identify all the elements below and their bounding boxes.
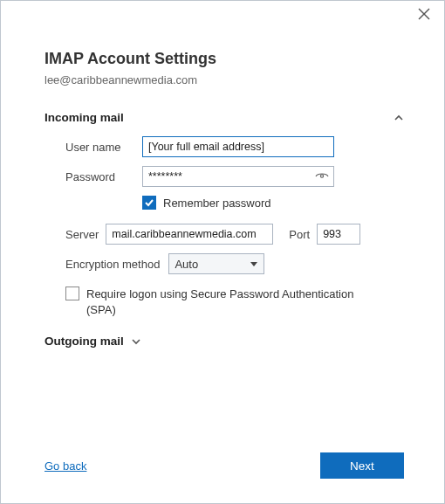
- eye-icon: [315, 169, 329, 183]
- server-label: Server: [65, 228, 99, 241]
- dialog-footer: Go back Next: [44, 452, 404, 479]
- incoming-mail-header[interactable]: Incoming mail: [44, 111, 404, 124]
- svg-point-2: [320, 175, 323, 177]
- check-icon: [144, 197, 154, 208]
- close-icon: [418, 8, 430, 20]
- outgoing-mail-label: Outgoing mail: [44, 335, 124, 348]
- username-input[interactable]: [142, 136, 334, 157]
- outgoing-mail-header[interactable]: Outgoing mail: [44, 335, 404, 348]
- username-label: User name: [65, 141, 142, 154]
- password-input[interactable]: [142, 166, 334, 187]
- spa-checkbox[interactable]: [65, 287, 79, 300]
- spa-label: Require logon using Secure Password Auth…: [86, 287, 357, 317]
- chevron-up-icon: [394, 113, 404, 123]
- port-label: Port: [289, 228, 310, 241]
- encryption-label: Encryption method: [65, 258, 160, 271]
- next-button[interactable]: Next: [320, 452, 404, 479]
- port-input[interactable]: [317, 224, 360, 245]
- password-reveal-button[interactable]: [315, 169, 329, 186]
- remember-password-checkbox[interactable]: [142, 196, 156, 210]
- svg-marker-3: [250, 262, 257, 266]
- chevron-down-icon: [131, 336, 141, 347]
- chevron-down-icon: [250, 258, 258, 271]
- account-email: lee@caribbeannewmedia.com: [44, 73, 404, 86]
- encryption-method-value: Auto: [175, 258, 198, 271]
- page-title: IMAP Account Settings: [44, 50, 404, 68]
- encryption-method-dropdown[interactable]: Auto: [168, 253, 264, 274]
- close-button[interactable]: [418, 8, 434, 24]
- incoming-mail-label: Incoming mail: [44, 111, 124, 124]
- remember-password-label: Remember password: [163, 197, 271, 210]
- incoming-mail-body: User name Password Remember password: [44, 136, 404, 317]
- dialog-window: IMAP Account Settings lee@caribbeannewme…: [0, 0, 445, 504]
- server-input[interactable]: [106, 224, 273, 245]
- go-back-link[interactable]: Go back: [44, 459, 86, 473]
- password-label: Password: [65, 170, 142, 183]
